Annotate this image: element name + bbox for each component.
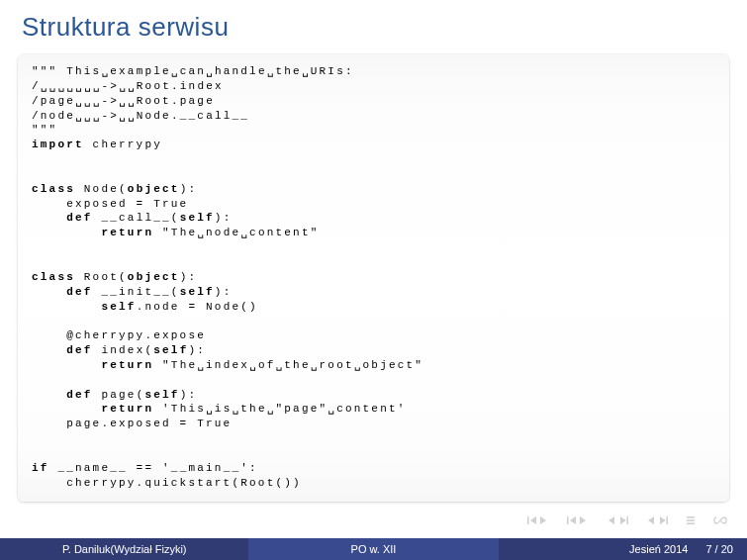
svg-marker-1 bbox=[530, 516, 536, 524]
svg-rect-3 bbox=[567, 516, 569, 524]
code-text: Node( bbox=[75, 183, 128, 195]
kw-return: return bbox=[101, 227, 153, 238]
code-text bbox=[32, 344, 66, 356]
code-text: Root( bbox=[75, 271, 128, 283]
footer-page: 7 / 20 bbox=[705, 543, 733, 555]
code-text bbox=[32, 301, 101, 313]
nav-loop-icon[interactable] bbox=[713, 514, 727, 526]
kw-def: def bbox=[66, 389, 92, 401]
svg-rect-14 bbox=[687, 522, 695, 524]
kw-class: class bbox=[32, 271, 75, 283]
code-text: .node = Node() bbox=[137, 301, 258, 313]
code-text bbox=[32, 286, 66, 298]
slide: Struktura serwisu """ This␣example␣can␣h… bbox=[0, 0, 747, 560]
code-text bbox=[32, 403, 101, 415]
kw-self: self bbox=[101, 301, 136, 313]
nav-back-icon[interactable] bbox=[607, 515, 628, 525]
footer-date: Jesień 2014 bbox=[629, 543, 688, 555]
svg-rect-12 bbox=[687, 519, 695, 521]
svg-marker-7 bbox=[620, 516, 626, 524]
footer: P. Daniluk(Wydział Fizyki) PO w. XII Jes… bbox=[0, 538, 747, 560]
svg-marker-6 bbox=[608, 516, 614, 524]
kw-return: return bbox=[101, 403, 153, 415]
code-line: cherrypy.quickstart(Root()) bbox=[32, 477, 302, 489]
nav-prev-icon[interactable] bbox=[567, 515, 589, 525]
nav-controls bbox=[527, 514, 727, 526]
code-line: /page␣␣␣->␣␣Root.page bbox=[32, 95, 215, 107]
code-text: ): bbox=[180, 271, 198, 283]
slide-title: Struktura serwisu bbox=[0, 0, 747, 50]
code-line: @cherrypy.expose bbox=[32, 329, 206, 341]
kw-class: class bbox=[32, 183, 75, 195]
kw-return: return bbox=[101, 359, 153, 371]
kw-object: object bbox=[128, 183, 180, 195]
code-line: page.exposed = True bbox=[32, 418, 232, 429]
code-text bbox=[32, 227, 101, 238]
code-text: __init__( bbox=[93, 286, 180, 298]
footer-author: P. Daniluk(Wydział Fizyki) bbox=[0, 538, 248, 560]
code-text: "The␣node␣content" bbox=[153, 227, 319, 238]
code-block: """ This␣example␣can␣handle␣the␣URIs: /␣… bbox=[18, 54, 729, 502]
svg-marker-9 bbox=[648, 516, 654, 524]
code-text: index( bbox=[93, 344, 154, 356]
svg-marker-10 bbox=[660, 516, 666, 524]
kw-self: self bbox=[153, 344, 188, 356]
kw-def: def bbox=[66, 286, 92, 298]
code-text: __name__ == '__main__': bbox=[49, 462, 258, 474]
code-line: """ bbox=[32, 124, 57, 136]
svg-rect-13 bbox=[687, 516, 695, 518]
code-line: exposed = True bbox=[32, 198, 188, 210]
svg-rect-11 bbox=[667, 516, 669, 524]
code-text: ): bbox=[180, 183, 198, 195]
nav-mode-icon[interactable] bbox=[686, 515, 696, 525]
code-text: "The␣index␣of␣the␣root␣object" bbox=[153, 359, 423, 371]
code-text: 'This␣is␣the␣"page"␣content' bbox=[153, 403, 406, 415]
kw-import: import bbox=[32, 139, 84, 150]
kw-self: self bbox=[180, 212, 215, 224]
code-line: /␣␣␣␣␣␣␣->␣␣Root.index bbox=[32, 80, 224, 92]
code-text bbox=[32, 212, 66, 224]
code-text bbox=[32, 389, 66, 401]
footer-title: PO w. XII bbox=[248, 538, 498, 560]
kw-object: object bbox=[128, 271, 180, 283]
nav-first-icon[interactable] bbox=[527, 515, 549, 525]
kw-self: self bbox=[180, 286, 215, 298]
code-text: page( bbox=[93, 389, 145, 401]
kw-self: self bbox=[144, 389, 179, 401]
code-text: ): bbox=[188, 344, 206, 356]
code-text: ): bbox=[180, 389, 198, 401]
kw-if: if bbox=[32, 462, 49, 474]
kw-def: def bbox=[66, 344, 92, 356]
svg-rect-0 bbox=[527, 516, 529, 524]
kw-def: def bbox=[66, 212, 92, 224]
nav-next-icon[interactable] bbox=[646, 515, 668, 525]
code-text: cherrypy bbox=[84, 139, 162, 150]
code-text: ): bbox=[215, 286, 233, 298]
code-line: /node␣␣␣->␣␣Node.__call__ bbox=[32, 110, 249, 122]
code-line: """ This␣example␣can␣handle␣the␣URIs: bbox=[32, 65, 354, 77]
svg-marker-2 bbox=[540, 516, 546, 524]
svg-marker-5 bbox=[580, 516, 586, 524]
footer-right: Jesień 2014 7 / 20 bbox=[499, 538, 747, 560]
svg-marker-4 bbox=[570, 516, 576, 524]
svg-rect-8 bbox=[627, 516, 629, 524]
code-text: ): bbox=[215, 212, 233, 224]
code-text bbox=[32, 359, 101, 371]
code-text: __call__( bbox=[93, 212, 180, 224]
